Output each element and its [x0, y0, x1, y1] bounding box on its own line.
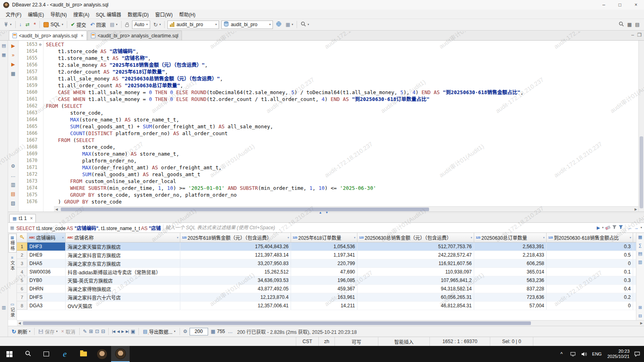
column-header[interactable]: ABC店铺名称 — [66, 233, 180, 242]
table-cell[interactable]: 0 — [547, 302, 633, 310]
table-cell[interactable]: 抖音-adidas斯搏兹运动专卖店（常熟贸易） — [66, 268, 180, 276]
execute-script-icon[interactable] — [12, 52, 14, 58]
menu-item[interactable]: 窗口(W) — [152, 10, 176, 19]
maximize-view-icon[interactable] — [637, 32, 642, 38]
start-button[interactable] — [0, 346, 19, 362]
add-row-icon[interactable] — [89, 329, 93, 334]
aggregate-panel-icon[interactable] — [639, 243, 642, 248]
row-number[interactable]: 8 — [17, 302, 27, 310]
row-number[interactable]: 2 — [17, 251, 27, 259]
search-dropdown-button[interactable] — [299, 20, 311, 29]
editor-tab[interactable]: <audit_bi_pro> analysis.sql× — [9, 31, 87, 40]
explain-plan-icon[interactable] — [11, 71, 15, 76]
filter-history-back-icon[interactable] — [627, 225, 632, 230]
delete-row-icon[interactable] — [101, 329, 105, 334]
maximize-button[interactable] — [612, 0, 628, 10]
table-cell[interactable]: DHF3 — [27, 243, 66, 251]
table-cell[interactable]: 1,054,536 — [291, 243, 357, 251]
table-cell[interactable]: 海澜之家天猫官方旗舰店 — [66, 243, 180, 251]
scrollbar-thumb[interactable] — [640, 136, 643, 208]
execute-statement-icon[interactable] — [11, 43, 15, 49]
connection-combo[interactable]: audit_bi_pro — [167, 21, 219, 29]
gear-icon[interactable] — [11, 163, 15, 169]
rollback-button[interactable]: 回滚 — [89, 20, 107, 29]
scroll-right-icon[interactable] — [639, 321, 644, 325]
splitter-collapse-up-icon[interactable] — [319, 211, 322, 214]
menu-item[interactable]: 帮助(H) — [176, 10, 199, 19]
table-cell[interactable]: SW00036 — [27, 268, 66, 276]
table-cell[interactable]: 33,207,950.83 — [180, 259, 291, 267]
table-cell[interactable]: 15,262,512 — [180, 268, 291, 276]
tab-close-icon[interactable]: × — [80, 33, 83, 39]
table-cell[interactable]: 60,056,265.31 — [357, 293, 474, 301]
transaction-log-button[interactable] — [108, 20, 119, 29]
templates-icon[interactable] — [11, 200, 15, 206]
table-cell[interactable]: 2,218,433 — [474, 251, 547, 259]
column-filter-icon[interactable] — [543, 236, 545, 239]
apply-filter-icon[interactable] — [597, 225, 600, 230]
language-indicator[interactable]: ENG — [590, 352, 604, 356]
editor-area[interactable]: 1653⊖16541655165616571658165916601661166… — [19, 41, 644, 212]
load-script-icon[interactable] — [11, 182, 15, 187]
table-cell[interactable]: 0.4 — [547, 285, 633, 293]
table-cell[interactable]: 0.2 — [547, 293, 633, 301]
table-cell[interactable]: 723,636 — [474, 293, 547, 301]
table-cell[interactable]: 0.3 — [547, 243, 633, 251]
table-cell[interactable]: 107,965,841.2 — [357, 276, 474, 284]
table-cell[interactable]: 46,812,854.31 — [357, 302, 474, 310]
table-cell[interactable]: 606,258 — [474, 259, 547, 267]
table-cell[interactable]: 512,707,753.76 — [357, 243, 474, 251]
refresh-button[interactable]: 刷新 — [11, 328, 31, 335]
table-cell[interactable]: 563,236 — [474, 276, 547, 284]
close-button[interactable] — [628, 0, 644, 10]
row-number[interactable]: 3 — [17, 259, 27, 267]
fold-marker[interactable]: ⊖ — [37, 41, 43, 48]
new-connection-button[interactable] — [2, 20, 13, 29]
table-cell[interactable]: 196,085 — [291, 276, 357, 284]
tray-expand-icon[interactable] — [556, 351, 567, 357]
table-cell[interactable]: 海澜之家抖音六十六号店 — [66, 293, 180, 301]
grid-horizontal-scrollbar[interactable] — [17, 320, 644, 326]
next-row-icon[interactable] — [121, 329, 124, 333]
table-cell[interactable]: DHFS — [27, 293, 66, 301]
table-cell[interactable]: DHA5 — [27, 259, 66, 267]
row-number[interactable]: 7 — [17, 293, 27, 301]
more-options-icon[interactable] — [228, 329, 233, 334]
table-cell[interactable]: 14,211 — [291, 302, 357, 310]
table-cell[interactable]: DYB0 — [27, 276, 66, 284]
table-cell[interactable]: 1,197,341 — [291, 251, 357, 259]
edit-row-icon[interactable] — [83, 329, 87, 334]
first-row-icon[interactable] — [112, 329, 115, 333]
autocommit-mode-button[interactable] — [124, 20, 130, 29]
table-cell[interactable]: 110,938,097 — [357, 268, 474, 276]
table-cell[interactable]: 0.1 — [547, 268, 633, 276]
column-filter-icon[interactable] — [177, 236, 178, 239]
column-filter-icon[interactable] — [630, 236, 631, 239]
filter-history-forward-icon[interactable] — [634, 225, 638, 230]
duplicate-row-icon[interactable] — [95, 329, 99, 334]
editor-layout-icon[interactable] — [635, 22, 640, 27]
metadata-panel-icon[interactable] — [638, 251, 642, 256]
scroll-right-icon[interactable] — [633, 208, 638, 211]
table-cell[interactable]: OVV天猫店 — [66, 302, 180, 310]
results-view-tab[interactable]: 文本 — [8, 254, 17, 273]
menu-item[interactable]: 数据库(D) — [124, 10, 152, 19]
table-cell[interactable]: 0.5 — [547, 251, 633, 259]
filter-dropdown-icon[interactable] — [602, 226, 604, 229]
chevron-down-icon[interactable] — [640, 226, 642, 229]
taskbar-explorer-button[interactable] — [74, 346, 93, 362]
table-cell[interactable]: 242,228,572.47 — [357, 251, 474, 259]
last-row-icon[interactable] — [126, 329, 128, 333]
cancel-button[interactable]: 取消 — [60, 328, 76, 335]
more-icon[interactable] — [11, 173, 16, 178]
editor-horizontal-scrollbar[interactable] — [54, 206, 638, 212]
table-cell[interactable]: 海澜之家得物旗舰店 — [66, 285, 180, 293]
column-filter-icon[interactable] — [354, 236, 355, 239]
table-cell[interactable]: 0.3 — [547, 276, 633, 284]
taskbar-app-button[interactable] — [93, 346, 111, 362]
table-cell[interactable]: 121,397,483.14 — [180, 251, 291, 259]
table-cell[interactable]: 175,404,843.26 — [180, 243, 291, 251]
taskbar-app-button-active[interactable] — [111, 346, 130, 362]
table-cell[interactable]: DHRN — [27, 285, 66, 293]
network-button[interactable] — [275, 20, 283, 29]
